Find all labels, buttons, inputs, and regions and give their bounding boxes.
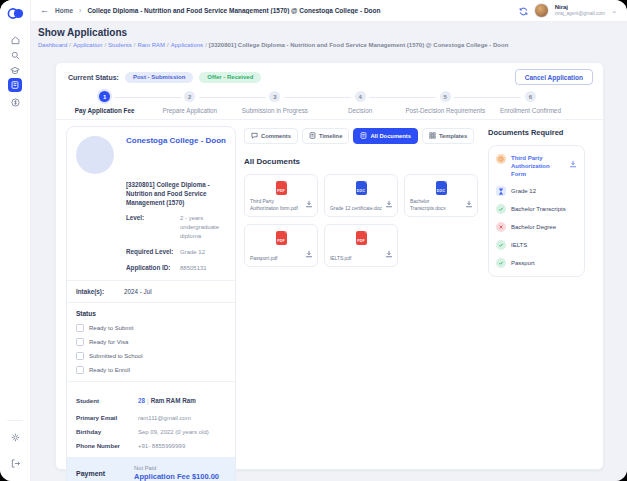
file-badge: PDF (276, 239, 287, 243)
check-icon (496, 258, 506, 268)
step-pay-application-fee[interactable]: 1 Pay Application Fee (62, 91, 147, 114)
topbar-home-link[interactable]: Home (55, 7, 73, 14)
page-title: Show Applications (38, 27, 127, 38)
breadcrumb-link-dashboard[interactable]: Dashboard (38, 42, 67, 48)
checkbox-submitted-to-school[interactable]: Submitted to School (76, 352, 226, 360)
sidebar-item-search[interactable] (0, 48, 30, 62)
search-icon (11, 51, 20, 60)
back-button[interactable]: ← (40, 6, 49, 15)
topbar-user-area: Niraj niraj_agent@gmail.com ⌄ (519, 2, 617, 20)
checkbox-label: Ready to Submit (89, 325, 133, 331)
app-window: ← Home › College Diploma - Nutrition and… (0, 0, 627, 481)
check-icon (496, 204, 506, 214)
file-name: Bachelor Transcripts.docx (410, 199, 462, 212)
intake-label: Intake(s): (76, 288, 124, 295)
sidebar-item-settings[interactable] (0, 430, 30, 444)
document-card-bachelor-transcripts[interactable]: DOC Bachelor Transcripts.docx (404, 174, 478, 217)
user-name: Niraj (555, 4, 605, 11)
checkbox-icon[interactable] (76, 366, 84, 374)
download-icon[interactable] (569, 154, 577, 172)
checkbox-label: Submitted to School (89, 353, 143, 359)
file-name: Passport.pdf (250, 256, 277, 262)
sidebar-item-home[interactable] (0, 33, 30, 47)
breadcrumb-link-applications[interactable]: Applications (171, 42, 203, 48)
divider (67, 280, 235, 281)
doc-file-icon: DOC (356, 181, 367, 195)
payment-label: Payment (76, 470, 134, 477)
required-doc-label: Grade 12 (511, 187, 536, 195)
tab-timeline[interactable]: Timeline (302, 128, 349, 144)
sidebar-item-logout[interactable] (0, 456, 30, 470)
college-name[interactable]: Conestoga College - Doon (126, 136, 226, 146)
checkbox-icon[interactable] (76, 338, 84, 346)
tab-all-documents[interactable]: All Documents (353, 128, 418, 144)
document-card-grade-12-certificate[interactable]: DOC Grade 12 certificate.doc (324, 174, 398, 217)
checkbox-icon[interactable] (76, 352, 84, 360)
tab-comments[interactable]: Comments (244, 128, 298, 144)
download-icon[interactable] (465, 194, 473, 212)
download-icon[interactable] (385, 194, 393, 212)
doc-file-icon: DOC (436, 181, 447, 195)
applications-icon (8, 78, 22, 92)
step-number: 3 (269, 91, 280, 102)
checkbox-icon[interactable] (76, 324, 84, 332)
step-number: 4 (355, 91, 366, 102)
required-doc-link[interactable]: Third Party Authorization Form (511, 154, 564, 178)
breadcrumb-link-application[interactable]: Application (73, 42, 102, 48)
sidebar-item-applications[interactable] (0, 78, 30, 92)
step-label: Prepare Application (162, 107, 217, 114)
checkbox-ready-to-enroll[interactable]: Ready to Enroll (76, 366, 226, 374)
required-doc-ielts: IELTS (496, 240, 577, 250)
sidebar-item-commissions[interactable] (0, 95, 30, 109)
step-number: 1 (99, 91, 110, 102)
required-doc-bachelor-transcripts: Bachelor Transcripts (496, 204, 577, 214)
checkbox-ready-to-submit[interactable]: Ready to Submit (76, 324, 226, 332)
cross-icon (496, 222, 506, 232)
phone-number-label: Phone Number (76, 442, 138, 449)
documents-required-heading: Documents Required (488, 128, 585, 137)
home-icon (11, 36, 20, 45)
breadcrumb-current: [3320801] College Diploma - Nutrition an… (209, 42, 509, 48)
student-name: Ram RAM Ram (151, 397, 196, 404)
download-icon[interactable] (305, 244, 313, 262)
step-enrollment-confirmed[interactable]: 6 Enrollment Confirmed (488, 91, 573, 114)
template-icon (429, 132, 436, 140)
checkbox-label: Ready for Visa (89, 339, 128, 345)
application-card: Current Status: Post - Submission Offer … (55, 62, 604, 470)
chevron-down-icon[interactable]: ⌄ (611, 7, 617, 15)
documents-required-panel: Documents Required Third Party Authoriza… (488, 128, 585, 277)
file-name: Grade 12 certificate.doc (330, 206, 382, 212)
college-avatar (76, 136, 114, 174)
step-post-decision-requirements[interactable]: 5 Post-Decision Requirements (403, 91, 488, 114)
download-icon[interactable] (305, 194, 313, 212)
tab-label: All Documents (370, 133, 411, 139)
step-prepare-application[interactable]: 2 Prepare Application (147, 91, 232, 114)
checkbox-ready-for-visa[interactable]: Ready for Visa (76, 338, 226, 346)
download-icon[interactable] (385, 244, 393, 262)
breadcrumb-separator: / (104, 42, 106, 48)
document-card-third-party-authorization[interactable]: PDF Third Party Authorization form.pdf (244, 174, 318, 217)
step-submission-in-progress[interactable]: 3 Submission in Progress (232, 91, 317, 114)
payment-amount-link[interactable]: Application Fee $100.00 (134, 472, 219, 481)
sidebar-item-students[interactable] (0, 63, 30, 77)
required-doc-label: Bachelor Degree (511, 223, 556, 231)
document-card-ielts[interactable]: PDF IELTS.pdf (324, 224, 398, 267)
user-avatar[interactable] (534, 3, 549, 18)
breadcrumb-link-students[interactable]: Students (108, 42, 132, 48)
divider (56, 119, 603, 120)
required-level-label: Required Level: (126, 248, 180, 257)
sync-icon[interactable] (519, 2, 528, 20)
cancel-application-button[interactable]: Cancel Application (515, 69, 593, 85)
document-card-passport[interactable]: PDF Passport.pdf (244, 224, 318, 267)
tab-templates[interactable]: Templates (422, 128, 474, 144)
student-id-link[interactable]: 28 (138, 397, 145, 404)
divider (67, 381, 235, 382)
step-decision[interactable]: 4 Decision (318, 91, 403, 114)
currency-icon (11, 98, 20, 107)
breadcrumb-link-student-name[interactable]: Ram RAM (137, 42, 165, 48)
step-label: Decision (348, 107, 372, 114)
student-label: Student (76, 397, 138, 404)
user-email: niraj_agent@gmail.com (555, 11, 605, 17)
gear-icon (11, 433, 20, 442)
current-status-label: Current Status: (68, 74, 119, 81)
